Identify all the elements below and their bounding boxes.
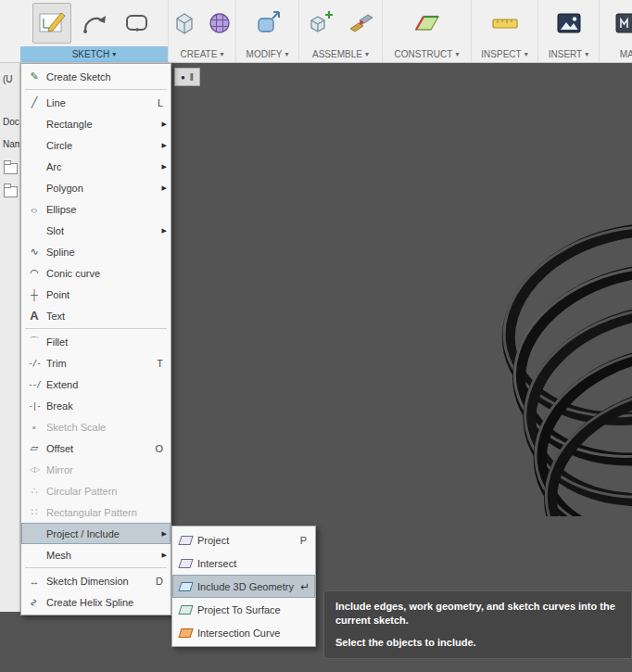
create-form-toolbar-button[interactable] bbox=[204, 3, 235, 44]
menu-item-spline[interactable]: ∿ Spline bbox=[21, 241, 171, 262]
menu-item-sketch-scale[interactable]: ▪ Sketch Scale bbox=[21, 416, 171, 437]
measure-toolbar-button[interactable] bbox=[486, 3, 525, 44]
submenu-item-label: Project bbox=[197, 535, 300, 546]
submenu-item-include-3d-geometry[interactable]: Include 3D Geometry ↵ bbox=[172, 575, 315, 598]
return-arrow-icon: ↵ bbox=[300, 580, 310, 593]
coil-model-3d bbox=[474, 220, 632, 516]
folder-icon[interactable] bbox=[4, 163, 18, 174]
toolbar-group-sketch: SKETCH ▾ bbox=[20, 0, 169, 62]
main-toolbar: SKETCH ▾ CREA bbox=[0, 0, 632, 63]
menu-item-label: Circle bbox=[46, 140, 162, 151]
new-body-toolbar-button[interactable] bbox=[169, 3, 200, 44]
menu-item-label: Conic curve bbox=[46, 268, 168, 279]
submenu-arrow-icon: ▶ bbox=[162, 142, 167, 149]
submenu-item-intersection-curve[interactable]: Intersection Curve bbox=[172, 621, 315, 644]
menu-item-break[interactable]: -|- Break bbox=[21, 395, 171, 416]
make-toolbar-button[interactable] bbox=[607, 3, 632, 44]
browser-header-name: Nam bbox=[3, 139, 20, 149]
make-tab-label: MAKE bbox=[620, 49, 632, 59]
menu-item-circular-pattern[interactable]: ∴ Circular Pattern bbox=[21, 480, 171, 501]
assemble-tab[interactable]: ASSEMBLE ▾ bbox=[299, 46, 382, 62]
measure-ruler-icon bbox=[490, 8, 520, 38]
project-include-submenu: Project P Intersect Include 3D Geometry … bbox=[171, 526, 316, 647]
menu-item-mesh[interactable]: Mesh ▶ bbox=[21, 544, 171, 565]
toolbar-group-create: CREATE ▾ bbox=[169, 0, 236, 62]
trim-icon: -/- bbox=[26, 356, 43, 371]
sketch-rectangle-toolbar-button[interactable] bbox=[118, 3, 157, 44]
folder-icon[interactable] bbox=[4, 186, 18, 197]
menu-item-line[interactable]: ╱ Line L bbox=[21, 92, 171, 113]
construction-plane-icon bbox=[412, 8, 442, 38]
blank-icon bbox=[26, 117, 43, 132]
caret-icon: ▾ bbox=[455, 51, 459, 58]
joint-toolbar-button[interactable] bbox=[343, 3, 381, 44]
submenu-item-project-to-surface[interactable]: Project To Surface bbox=[172, 598, 315, 621]
toolbar-group-make: MAKE ▾ bbox=[600, 0, 632, 62]
menu-item-circle[interactable]: Circle ▶ bbox=[21, 134, 171, 156]
command-tooltip: Include edges, work geometry, and sketch… bbox=[323, 590, 632, 659]
menu-item-rectangle[interactable]: Rectangle ▶ bbox=[21, 113, 171, 134]
offset-icon: ▱ bbox=[26, 441, 43, 456]
menu-item-text[interactable]: A Text bbox=[21, 305, 171, 326]
text-icon: A bbox=[26, 309, 43, 323]
submenu-arrow-icon: ▶ bbox=[162, 184, 167, 192]
submenu-item-label: Intersect bbox=[197, 558, 311, 569]
menu-item-ellipse[interactable]: ○ Ellipse bbox=[21, 198, 171, 220]
menu-item-extend[interactable]: --/ Extend bbox=[21, 374, 171, 395]
menu-item-point[interactable]: ┼ Point bbox=[21, 284, 171, 305]
submenu-item-intersect[interactable]: Intersect bbox=[172, 552, 315, 575]
menu-item-label: Create Helix Spline bbox=[46, 597, 168, 608]
sketch-scale-icon: ▪ bbox=[26, 420, 43, 435]
inspect-tab[interactable]: INSPECT ▾ bbox=[472, 46, 537, 62]
rectangular-pattern-icon: ∷ bbox=[26, 505, 43, 520]
menu-item-offset[interactable]: ▱ Offset O bbox=[21, 437, 171, 459]
construct-tab[interactable]: CONSTRUCT ▾ bbox=[383, 46, 471, 62]
menu-item-label: Line bbox=[46, 97, 158, 108]
construct-tab-label: CONSTRUCT bbox=[395, 49, 453, 59]
menu-item-create-sketch[interactable]: ✎ Create Sketch bbox=[21, 66, 171, 87]
menu-item-polygon[interactable]: Polygon ▶ bbox=[21, 177, 171, 198]
menu-item-label: Arc bbox=[46, 161, 162, 172]
construct-plane-toolbar-button[interactable] bbox=[408, 3, 447, 44]
menu-item-label: Text bbox=[46, 311, 168, 322]
menu-item-trim[interactable]: -/- Trim T bbox=[21, 352, 171, 374]
app-window: (U Doc Nam ● ‖ bbox=[0, 0, 632, 672]
make-tab[interactable]: MAKE ▾ bbox=[600, 46, 632, 62]
insert-image-toolbar-button[interactable] bbox=[550, 3, 588, 44]
joint-icon bbox=[347, 8, 376, 38]
caret-icon: ▾ bbox=[284, 51, 288, 58]
menu-item-rectangular-pattern[interactable]: ∷ Rectangular Pattern bbox=[21, 501, 171, 523]
modify-tab[interactable]: MODIFY ▾ bbox=[236, 46, 298, 62]
assemble-tab-label: ASSEMBLE bbox=[312, 49, 362, 59]
spline-toolbar-button[interactable] bbox=[75, 3, 114, 44]
menu-item-mirror[interactable]: ◁▷ Mirror bbox=[21, 459, 171, 480]
circular-pattern-icon: ∴ bbox=[26, 484, 43, 499]
new-component-toolbar-button[interactable] bbox=[301, 3, 339, 44]
create-sketch-toolbar-button[interactable] bbox=[32, 3, 71, 44]
menu-item-fillet[interactable]: ⌒ Fillet bbox=[21, 331, 171, 352]
insert-tab[interactable]: INSERT ▾ bbox=[538, 46, 599, 62]
sketch-tab[interactable]: SKETCH ▾ bbox=[20, 46, 168, 62]
menu-item-label: Ellipse bbox=[46, 204, 168, 215]
mirror-icon: ◁▷ bbox=[26, 463, 43, 477]
menu-separator bbox=[25, 567, 167, 568]
viewport-mini-toolbar[interactable]: ● ‖ bbox=[174, 68, 200, 86]
menu-item-label: Slot bbox=[46, 225, 162, 236]
menu-item-project-include[interactable]: Project / Include ▶ bbox=[21, 523, 171, 544]
menu-item-slot[interactable]: Slot ▶ bbox=[21, 220, 171, 241]
blank-icon bbox=[26, 548, 43, 563]
menu-item-label: Spline bbox=[46, 247, 168, 258]
shortcut-label: L bbox=[158, 97, 163, 108]
sketch-dimension-icon: ↔ bbox=[26, 574, 43, 589]
menu-item-create-helix-spline[interactable]: ∿ Create Helix Spline bbox=[21, 591, 171, 613]
spline-arrow-icon bbox=[80, 8, 109, 38]
menu-item-arc[interactable]: Arc ▶ bbox=[21, 156, 171, 177]
menu-item-conic-curve[interactable]: ◠ Conic curve bbox=[21, 262, 171, 284]
menu-item-sketch-dimension[interactable]: ↔ Sketch Dimension D bbox=[21, 570, 171, 591]
create-tab[interactable]: CREATE ▾ bbox=[169, 46, 235, 62]
menu-item-label: Extend bbox=[46, 379, 168, 390]
shortcut-label: T bbox=[157, 358, 163, 369]
submenu-item-project[interactable]: Project P bbox=[172, 528, 315, 552]
press-pull-toolbar-button[interactable] bbox=[248, 3, 287, 44]
intersection-curve-icon bbox=[177, 626, 194, 640]
